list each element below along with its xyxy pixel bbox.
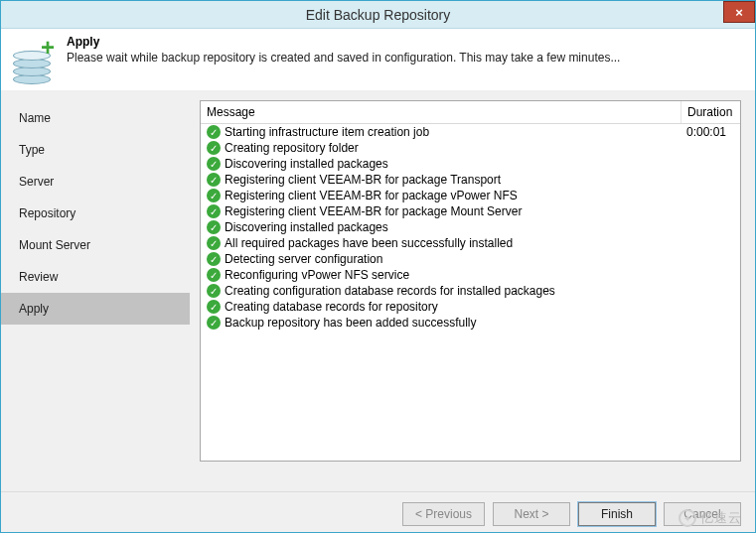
message-text: Discovering installed packages <box>225 157 388 171</box>
success-icon: ✓ <box>207 189 221 202</box>
main-panel: Message Duration ✓Starting infrastructur… <box>190 90 755 491</box>
duration-text <box>680 322 740 324</box>
success-icon: ✓ <box>207 204 221 218</box>
duration-text <box>680 258 740 260</box>
wizard-step-review[interactable]: Review <box>1 261 190 293</box>
message-row[interactable]: ✓Discovering installed packages <box>201 219 740 235</box>
wizard-step-repository[interactable]: Repository <box>1 198 190 229</box>
success-icon: ✓ <box>207 268 221 282</box>
duration-text <box>680 147 740 149</box>
message-list-header: Message Duration <box>201 101 740 124</box>
success-icon: ✓ <box>207 236 221 250</box>
message-row[interactable]: ✓Creating database records for repositor… <box>201 299 740 315</box>
close-icon: × <box>735 5 743 20</box>
message-row[interactable]: ✓Detecting server configuration <box>201 251 740 267</box>
duration-text <box>680 242 740 244</box>
duration-text <box>680 163 740 165</box>
duration-text: 0:00:01 <box>680 124 740 140</box>
success-icon: ✓ <box>207 300 221 314</box>
duration-text <box>680 274 740 276</box>
message-row[interactable]: ✓Registering client VEEAM-BR for package… <box>201 203 740 219</box>
message-text: Creating database records for repository <box>225 300 438 314</box>
success-icon: ✓ <box>207 284 221 298</box>
message-text: Backup repository has been added success… <box>225 316 476 330</box>
title-bar: Edit Backup Repository × <box>1 1 755 29</box>
plus-icon: + <box>41 39 59 57</box>
duration-text <box>680 179 740 181</box>
success-icon: ✓ <box>207 173 221 187</box>
col-header-message[interactable]: Message <box>201 101 680 123</box>
previous-button: < Previous <box>402 502 485 526</box>
message-row[interactable]: ✓Reconfiguring vPower NFS service <box>201 267 740 283</box>
message-row[interactable]: ✓Discovering installed packages <box>201 156 740 172</box>
wizard-footer: < Previous Next > Finish Cancel <box>1 491 755 533</box>
message-row[interactable]: ✓Registering client VEEAM-BR for package… <box>201 172 740 188</box>
duration-text <box>680 290 740 292</box>
message-text: Registering client VEEAM-BR for package … <box>225 189 518 202</box>
message-text: Creating repository folder <box>225 141 359 155</box>
message-text: Reconfiguring vPower NFS service <box>225 268 409 282</box>
close-button[interactable]: × <box>723 1 755 23</box>
wizard-steps: NameTypeServerRepositoryMount ServerRevi… <box>1 90 190 491</box>
success-icon: ✓ <box>207 252 221 266</box>
wizard-step-server[interactable]: Server <box>1 166 190 198</box>
duration-text <box>680 195 740 197</box>
message-text: Detecting server configuration <box>225 252 382 266</box>
message-text: Registering client VEEAM-BR for package … <box>225 204 522 218</box>
message-text: Discovering installed packages <box>225 220 388 234</box>
message-text: All required packages have been successf… <box>225 236 513 250</box>
message-row[interactable]: ✓Creating configuration database records… <box>201 283 740 299</box>
cancel-button: Cancel <box>664 502 741 526</box>
message-text: Registering client VEEAM-BR for package … <box>225 173 501 187</box>
window-title: Edit Backup Repository <box>1 7 755 23</box>
message-text: Creating configuration database records … <box>225 284 555 298</box>
duration-text <box>680 210 740 212</box>
success-icon: ✓ <box>207 157 221 171</box>
success-icon: ✓ <box>207 141 221 155</box>
message-list-body[interactable]: ✓Starting infrastructure item creation j… <box>201 124 740 461</box>
wizard-body: NameTypeServerRepositoryMount ServerRevi… <box>1 90 755 491</box>
wizard-step-mount-server[interactable]: Mount Server <box>1 229 190 261</box>
wizard-step-type[interactable]: Type <box>1 134 190 166</box>
message-row[interactable]: ✓Backup repository has been added succes… <box>201 315 740 331</box>
message-row[interactable]: ✓Registering client VEEAM-BR for package… <box>201 188 740 203</box>
finish-button[interactable]: Finish <box>578 502 656 526</box>
page-subtitle: Please wait while backup repository is c… <box>67 51 620 65</box>
success-icon: ✓ <box>207 316 221 330</box>
message-row[interactable]: ✓Starting infrastructure item creation j… <box>201 124 740 140</box>
message-list: Message Duration ✓Starting infrastructur… <box>200 100 741 462</box>
success-icon: ✓ <box>207 220 221 234</box>
next-button: Next > <box>493 502 570 526</box>
wizard-step-apply[interactable]: Apply <box>1 293 190 325</box>
wizard-step-name[interactable]: Name <box>1 102 190 134</box>
repository-icon: + <box>11 35 57 80</box>
page-title: Apply <box>67 35 620 49</box>
duration-text <box>680 226 740 228</box>
message-text: Starting infrastructure item creation jo… <box>225 125 429 139</box>
duration-text <box>680 306 740 308</box>
message-row[interactable]: ✓All required packages have been success… <box>201 235 740 251</box>
col-header-duration[interactable]: Duration <box>680 101 740 123</box>
message-row[interactable]: ✓Creating repository folder <box>201 140 740 156</box>
page-header: + Apply Please wait while backup reposit… <box>1 29 755 90</box>
success-icon: ✓ <box>207 125 221 139</box>
